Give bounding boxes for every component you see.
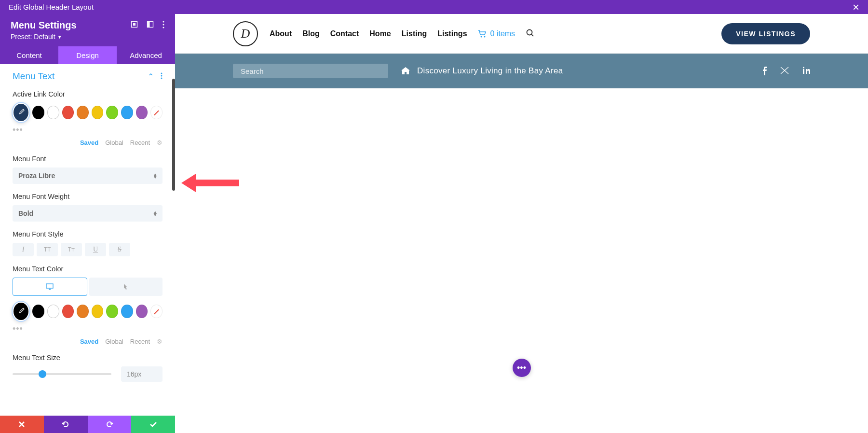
swatch-blue[interactable] bbox=[121, 106, 133, 119]
text-size-slider[interactable] bbox=[13, 373, 111, 375]
section-title: Menu Text bbox=[13, 71, 54, 82]
swatch-red[interactable] bbox=[62, 106, 74, 119]
palette-recent[interactable]: Recent bbox=[130, 338, 150, 345]
main-layout: Menu Settings Preset: Default ▼ bbox=[0, 14, 868, 433]
label-menu-font-weight: Menu Font Weight bbox=[13, 193, 163, 200]
svg-point-6 bbox=[163, 27, 164, 28]
svg-point-12 bbox=[480, 36, 482, 37]
tab-design[interactable]: Design bbox=[58, 46, 117, 64]
svg-point-5 bbox=[163, 24, 164, 25]
view-listings-button[interactable]: VIEW LISTINGS bbox=[721, 23, 810, 44]
collapse-icon[interactable] bbox=[131, 21, 138, 30]
nav-about[interactable]: About bbox=[270, 29, 292, 38]
swatch-red[interactable] bbox=[62, 305, 74, 318]
palette-gear-icon[interactable]: ⚙ bbox=[157, 338, 163, 345]
swatch-purple[interactable] bbox=[136, 106, 148, 119]
label-menu-font-style: Menu Font Style bbox=[13, 230, 163, 238]
swatch-purple[interactable] bbox=[136, 305, 148, 318]
swatches-text-color bbox=[13, 302, 163, 321]
swatch-green[interactable] bbox=[106, 106, 118, 119]
hover-tab[interactable] bbox=[89, 278, 163, 296]
cart-link[interactable]: 0 items bbox=[478, 29, 515, 38]
palette-saved[interactable]: Saved bbox=[80, 139, 98, 146]
tab-content[interactable]: Content bbox=[0, 46, 58, 64]
label-menu-text-size: Menu Text Size bbox=[13, 354, 163, 362]
nav-listings[interactable]: Listings bbox=[437, 29, 467, 38]
x-icon[interactable] bbox=[780, 67, 789, 74]
settings-sidebar: Menu Settings Preset: Default ▼ bbox=[0, 14, 175, 433]
search-input[interactable]: Search bbox=[233, 64, 388, 78]
chevron-up-icon[interactable]: ⌃ bbox=[148, 72, 154, 81]
swatch-blue[interactable] bbox=[121, 305, 133, 318]
tab-advanced[interactable]: Advanced bbox=[117, 46, 175, 64]
swatch-white[interactable] bbox=[47, 305, 59, 318]
facebook-icon[interactable] bbox=[762, 67, 767, 75]
select-arrows-icon: ▴▾ bbox=[154, 211, 157, 216]
palette-global[interactable]: Global bbox=[105, 338, 123, 345]
swatch-picker[interactable] bbox=[13, 103, 29, 122]
uppercase-button[interactable]: TT bbox=[37, 243, 58, 256]
svg-point-14 bbox=[527, 29, 532, 35]
preset-selector[interactable]: Preset: Default ▼ bbox=[11, 33, 164, 41]
text-size-value[interactable]: 16px bbox=[121, 366, 163, 382]
slider-thumb[interactable] bbox=[39, 370, 46, 378]
builder-fab[interactable]: ••• bbox=[513, 359, 531, 377]
svg-point-9 bbox=[161, 77, 163, 79]
section-header: Menu Text ⌃ bbox=[13, 71, 163, 82]
palette-recent[interactable]: Recent bbox=[130, 139, 150, 146]
swatch-none[interactable] bbox=[150, 106, 163, 119]
menu-font-weight-select[interactable]: Bold ▴▾ bbox=[13, 205, 163, 222]
underline-button[interactable]: U bbox=[85, 243, 106, 256]
svg-point-4 bbox=[163, 21, 164, 22]
nav-blog[interactable]: Blog bbox=[302, 29, 320, 38]
palette-gear-icon[interactable]: ⚙ bbox=[157, 139, 163, 146]
nav-contact[interactable]: Contact bbox=[330, 29, 359, 38]
redo-button[interactable] bbox=[88, 416, 132, 433]
tagline: Discover Luxury Living in the Bay Area bbox=[401, 66, 563, 76]
svg-point-7 bbox=[161, 72, 163, 74]
sub-header-bar: Search Discover Luxury Living in the Bay… bbox=[175, 54, 868, 88]
desktop-tab[interactable] bbox=[13, 278, 87, 296]
swatch-black[interactable] bbox=[32, 305, 44, 318]
sidebar-header: Menu Settings Preset: Default ▼ bbox=[0, 14, 175, 46]
palette-saved[interactable]: Saved bbox=[80, 338, 98, 345]
swatch-picker[interactable] bbox=[13, 302, 29, 321]
undo-button[interactable] bbox=[44, 416, 88, 433]
swatch-orange[interactable] bbox=[77, 106, 89, 119]
swatch-black[interactable] bbox=[32, 106, 44, 119]
cancel-button[interactable] bbox=[0, 416, 44, 433]
swatch-none[interactable] bbox=[150, 305, 163, 318]
annotation-arrow bbox=[181, 172, 239, 194]
menu-font-select[interactable]: Proza Libre ▴▾ bbox=[13, 168, 163, 184]
color-palette-tabs-2: Saved Global Recent ⚙ bbox=[13, 338, 163, 345]
linkedin-icon[interactable] bbox=[802, 67, 810, 74]
search-icon[interactable] bbox=[526, 28, 534, 39]
close-icon[interactable]: × bbox=[853, 1, 859, 13]
swatch-more-icon[interactable]: ••• bbox=[13, 324, 163, 334]
strike-button[interactable]: S bbox=[109, 243, 130, 256]
site-logo[interactable]: D bbox=[233, 21, 258, 46]
svg-rect-1 bbox=[133, 23, 136, 26]
cart-icon bbox=[478, 30, 487, 38]
swatch-green[interactable] bbox=[106, 305, 118, 318]
swatch-yellow[interactable] bbox=[92, 305, 104, 318]
design-panel: Menu Text ⌃ Active Link Color bbox=[0, 64, 175, 433]
svg-rect-10 bbox=[46, 284, 53, 288]
swatch-orange[interactable] bbox=[77, 305, 89, 318]
section-more-icon[interactable] bbox=[161, 71, 163, 82]
italic-button[interactable]: I bbox=[13, 243, 34, 256]
dock-icon[interactable] bbox=[147, 21, 154, 30]
palette-global[interactable]: Global bbox=[105, 139, 123, 146]
swatch-white[interactable] bbox=[47, 106, 59, 119]
svg-rect-3 bbox=[148, 22, 150, 28]
save-button[interactable] bbox=[131, 416, 175, 433]
nav-listing[interactable]: Listing bbox=[402, 29, 427, 38]
text-size-slider-row: 16px bbox=[13, 366, 163, 382]
svg-point-13 bbox=[484, 36, 485, 37]
swatch-more-icon[interactable]: ••• bbox=[13, 125, 163, 135]
smallcaps-button[interactable]: Tᴛ bbox=[61, 243, 82, 256]
text-color-tabs bbox=[13, 278, 163, 296]
nav-home[interactable]: Home bbox=[369, 29, 391, 38]
swatch-yellow[interactable] bbox=[92, 106, 104, 119]
more-icon[interactable] bbox=[163, 21, 164, 30]
